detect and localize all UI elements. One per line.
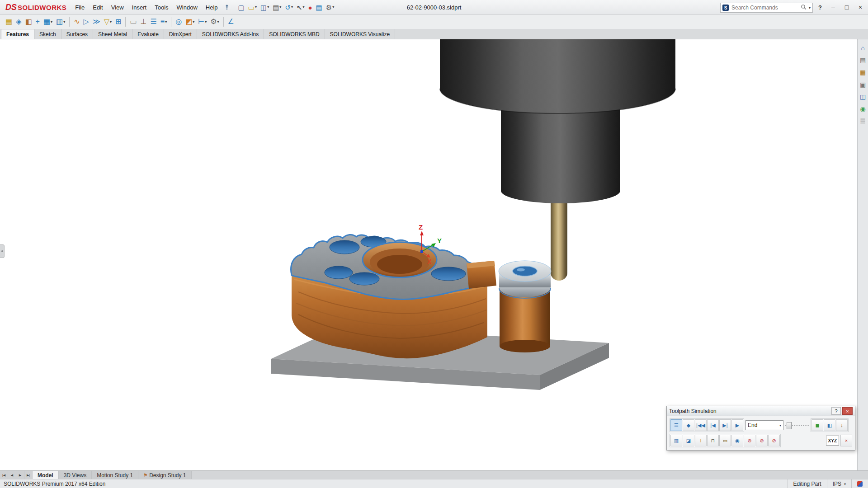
featuremanager-collapsed-tab[interactable] — [0, 244, 5, 258]
view-palette-icon[interactable]: ◫ — [859, 92, 868, 101]
go-to-start-button: |◀◀ — [696, 423, 705, 428]
dropdown-caret-icon[interactable]: ▾ — [217, 20, 219, 24]
dropdown-caret-icon[interactable]: ▾ — [255, 5, 257, 9]
status-tag-section[interactable] — [851, 479, 868, 488]
dropdown-caret-icon[interactable]: ▾ — [205, 20, 207, 24]
stock-manager-icon[interactable]: ◧ — [24, 16, 33, 28]
svg-text:X: X — [427, 258, 432, 265]
rebuild-icon[interactable]: ● — [307, 4, 314, 11]
post-process-icon[interactable]: ⊞ — [114, 16, 123, 28]
design-library-icon[interactable]: ▦ — [859, 68, 868, 77]
target-part-display-button: ◉ — [735, 438, 740, 443]
print-icon[interactable]: ▤▾ — [271, 4, 283, 11]
setup-icon[interactable]: + — [34, 16, 41, 28]
dropdown-caret-icon[interactable]: ▾ — [303, 5, 305, 9]
dropdown-caret-icon[interactable]: ▾ — [165, 20, 167, 24]
menu-edit[interactable]: Edit — [89, 2, 107, 13]
search-caret-icon[interactable]: ▾ — [809, 6, 811, 10]
dropdown-caret-icon[interactable]: ▾ — [193, 20, 194, 24]
close-button[interactable]: × — [854, 2, 867, 13]
appearances-icon[interactable]: ◉ — [859, 104, 868, 113]
units-caret-icon[interactable]: ▾ — [844, 482, 846, 486]
dropdown-caret-icon[interactable]: ▾ — [779, 423, 781, 427]
dropdown-caret-icon[interactable]: ▾ — [110, 20, 112, 24]
nav-first-button[interactable]: |◀ — [0, 471, 8, 479]
toolpath-simulation-dialog[interactable]: Toolpath Simulation ? × ☰ ◆ |◀◀ |◀ ▶| — [666, 406, 855, 450]
machining-colors-icon[interactable]: ◩▾ — [184, 16, 196, 28]
undo-icon[interactable]: ↺▾ — [283, 4, 294, 11]
menu-help[interactable]: Help — [202, 2, 222, 13]
search-input[interactable] — [731, 4, 799, 11]
dropdown-caret-icon[interactable]: ▾ — [332, 5, 334, 9]
menu-view[interactable]: View — [107, 2, 128, 13]
custom-properties-icon[interactable]: ☰ — [859, 117, 868, 126]
new-document-icon[interactable]: ▢ — [237, 4, 246, 11]
nav-next-button[interactable]: ▶ — [16, 471, 24, 479]
units-selector[interactable]: IPS ▾ — [827, 479, 851, 488]
step-through-toolpath-icon[interactable]: ≫ — [91, 16, 102, 28]
spindle[interactable] — [440, 39, 675, 203]
speed-slider[interactable] — [785, 421, 809, 429]
dropdown-caret-icon[interactable]: ▾ — [291, 5, 293, 9]
help-button[interactable]: ? — [816, 3, 825, 12]
dropdown-caret-icon[interactable]: ▾ — [279, 5, 281, 9]
dropdown-caret-icon[interactable]: ▾ — [51, 20, 52, 24]
search-box[interactable]: S ▾ — [720, 3, 813, 13]
tags-icon[interactable] — [857, 481, 863, 487]
maximize-button[interactable]: □ — [840, 2, 854, 13]
dropdown-caret-icon[interactable]: ▾ — [63, 20, 65, 24]
units-value: IPS — [833, 481, 841, 487]
options-icon[interactable]: ⚙▾ — [325, 4, 335, 11]
end-condition-dropdown[interactable]: End ▾ — [745, 420, 783, 430]
dropdown-caret-icon[interactable]: ▾ — [267, 5, 269, 9]
menu-tools[interactable]: Tools — [151, 2, 172, 13]
center-bore[interactable] — [363, 242, 437, 277]
xyz-coordinates-button[interactable]: XYZ — [826, 436, 839, 446]
new-part-icon[interactable]: ▤ — [4, 16, 14, 28]
measure-icon[interactable]: ∠ — [226, 16, 236, 28]
dialog-close-button[interactable]: × — [842, 407, 853, 415]
stock-display-button: ◪ — [686, 438, 691, 443]
open-icon[interactable]: ▭▾ — [247, 4, 258, 11]
generate-operation-plan-icon[interactable]: ▥▾ — [55, 16, 66, 28]
pin-icon[interactable] — [224, 4, 230, 10]
dialog-help-button[interactable]: ? — [831, 407, 841, 415]
search-icon[interactable] — [801, 4, 807, 12]
minimize-button[interactable]: – — [826, 2, 840, 13]
define-machine-icon[interactable]: ◈ — [14, 16, 23, 28]
display-option-buttons: ▥ ◪ ⊤ ⊓ ▭ ◉ ⊘ ⊘ — [670, 434, 781, 447]
tolerance-based-machining-icon[interactable]: ⊢▾ — [197, 16, 208, 28]
simulate-toolpath-icon[interactable]: ▷ — [82, 16, 90, 28]
menu-insert[interactable]: Insert — [128, 2, 151, 13]
machined-part[interactable] — [291, 235, 551, 358]
select-icon[interactable]: ↖▾ — [295, 4, 306, 11]
menu-file[interactable]: File — [71, 2, 89, 13]
save-icon[interactable]: ◫▾ — [259, 4, 270, 11]
holder-display-button: ⊓ — [711, 438, 715, 443]
copper-step[interactable] — [467, 261, 496, 289]
nav-last-button[interactable]: ▶| — [24, 471, 33, 479]
cylindrical-boss[interactable] — [499, 261, 551, 352]
setup-sheet-icon[interactable]: ▭ — [128, 16, 138, 28]
dialog-title-bar[interactable]: Toolpath Simulation ? × — [667, 406, 855, 416]
task-pane: ⌂ ▤ ▦ ▣ ◫ ◉ ☰ — [857, 39, 868, 470]
file-properties-icon[interactable]: ▤ — [315, 4, 324, 11]
end-simulation-button[interactable]: × — [840, 435, 852, 446]
design-study-icon: ⚑ — [143, 473, 147, 478]
extract-machinable-features-icon[interactable]: ▦▾ — [42, 16, 54, 28]
generate-toolpaths-icon[interactable]: ∿ — [72, 16, 81, 28]
slider-thumb[interactable] — [787, 422, 792, 429]
nav-prev-button[interactable]: ◀ — [8, 471, 16, 479]
menu-window[interactable]: Window — [173, 2, 202, 13]
file-explorer-icon[interactable]: ▣ — [859, 80, 868, 89]
tool-database-icon[interactable]: ⊥ — [139, 16, 148, 28]
cam-operation-tree-icon[interactable]: ≡▾ — [159, 16, 168, 28]
solidworks-resources-icon[interactable]: ▤ — [859, 56, 868, 65]
cam-feature-tree-icon[interactable]: ☰ — [149, 16, 158, 28]
home-icon[interactable]: ⌂ — [859, 43, 868, 52]
save-cl-file-icon[interactable]: ▽▾ — [103, 16, 113, 28]
toolpath-display-button: ☰ — [674, 423, 679, 428]
cam-options-icon[interactable]: ⚙▾ — [209, 16, 220, 28]
tab-dimxpert: DimXpert — [169, 31, 192, 38]
probe-icon[interactable]: ◎ — [174, 16, 183, 28]
